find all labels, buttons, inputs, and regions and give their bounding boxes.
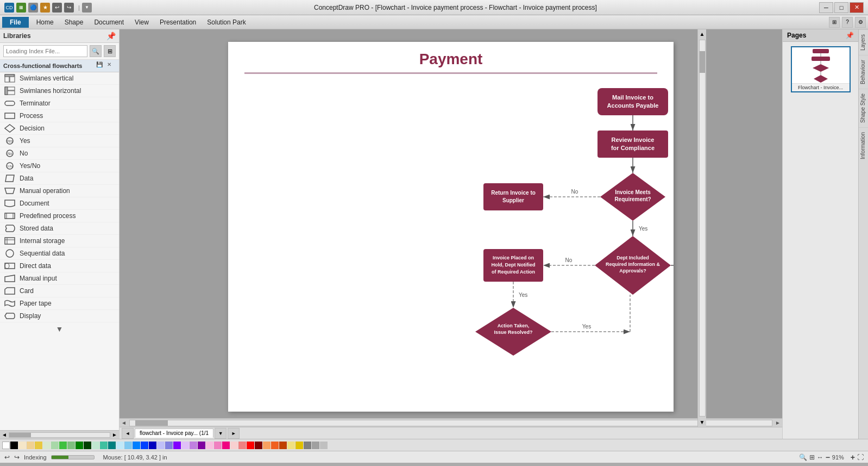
color-20[interactable]	[173, 442, 181, 449]
search-input[interactable]	[3, 45, 87, 57]
search-button[interactable]: 🔍	[90, 45, 102, 57]
color-39[interactable]	[328, 442, 336, 449]
return-invoice-shape[interactable]	[483, 183, 543, 210]
scroll-thumb[interactable]	[700, 51, 705, 73]
pages-pin-icon[interactable]: 📌	[846, 32, 854, 39]
menu-home[interactable]: Home	[31, 17, 59, 28]
file-menu[interactable]: File	[2, 17, 29, 28]
sidebar-item-internal-storage[interactable]: Internal storage	[0, 235, 119, 247]
behaviour-tab[interactable]: Behaviour	[859, 55, 868, 89]
close-button[interactable]: ✕	[850, 2, 864, 13]
review-invoice-shape[interactable]	[597, 131, 668, 158]
color-2[interactable]	[27, 442, 34, 449]
quick-access-btn[interactable]: ▼	[82, 3, 92, 13]
menu-view[interactable]: View	[129, 17, 154, 28]
color-no-color[interactable]	[2, 442, 10, 449]
tab-scroll-left[interactable]: ◄	[122, 428, 134, 439]
color-7[interactable]	[67, 442, 75, 449]
scroll-right-arrow[interactable]: ►	[773, 419, 782, 427]
color-31[interactable]	[263, 442, 271, 449]
layers-tab[interactable]: Layers	[859, 29, 868, 55]
tab-scroll-right[interactable]: ►	[228, 428, 240, 439]
flowchart-svg[interactable]: Mail Invoice to Accounts Payable Review …	[228, 72, 674, 409]
color-13[interactable]	[116, 442, 124, 449]
color-19[interactable]	[165, 442, 173, 449]
color-29[interactable]	[247, 442, 254, 449]
layout-btn[interactable]: ⊞	[829, 17, 840, 28]
minimize-button[interactable]: ─	[819, 2, 833, 13]
color-15[interactable]	[133, 442, 140, 449]
menu-solution-park[interactable]: Solution Park	[202, 17, 251, 28]
page-thumbnail-1[interactable]: Flowchart - Invoice...	[791, 46, 851, 92]
information-tab[interactable]: Information	[859, 127, 868, 164]
fit-page-btn[interactable]: ⊞	[809, 453, 815, 461]
menu-document[interactable]: Document	[89, 17, 129, 28]
page-canvas[interactable]: Payment Mail Invoice to Accounts Payable…	[228, 42, 674, 412]
maximize-button[interactable]: □	[834, 2, 848, 13]
tab-dropdown[interactable]: ▼	[215, 428, 227, 439]
sidebar-item-card[interactable]: Card	[0, 285, 119, 297]
color-14[interactable]	[124, 442, 132, 449]
help-btn[interactable]: ?	[842, 17, 853, 28]
lib-save-btn[interactable]: 💾	[96, 61, 105, 70]
mail-invoice-shape[interactable]	[597, 88, 668, 115]
color-38[interactable]	[320, 442, 328, 449]
menu-presentation[interactable]: Presentation	[154, 17, 202, 28]
sidebar-item-stored-data[interactable]: Stored data	[0, 222, 119, 235]
color-12[interactable]	[108, 442, 116, 449]
color-37[interactable]	[312, 442, 319, 449]
sidebar-item-paper-tape[interactable]: Paper tape	[0, 297, 119, 310]
color-18[interactable]	[157, 442, 165, 449]
color-16[interactable]	[141, 442, 148, 449]
color-22[interactable]	[190, 442, 197, 449]
color-32[interactable]	[271, 442, 279, 449]
grid-view-button[interactable]: ⊞	[104, 45, 116, 57]
color-24[interactable]	[206, 442, 213, 449]
undo-btn[interactable]: ↩	[4, 453, 10, 461]
scroll-down-button[interactable]: ▼	[698, 418, 707, 427]
horiz-scroll-thumb[interactable]	[135, 420, 168, 426]
color-35[interactable]	[295, 442, 303, 449]
color-black[interactable]	[10, 442, 18, 449]
color-34[interactable]	[287, 442, 295, 449]
zoom-out-btn[interactable]: 🔍	[799, 453, 807, 461]
sidebar-scroll-right[interactable]: ►	[110, 432, 119, 438]
sidebar-item-manual-input[interactable]: Manual input	[0, 272, 119, 285]
sidebar-item-sequential-data[interactable]: Sequential data	[0, 247, 119, 260]
redo-btn[interactable]: ↪	[14, 453, 20, 461]
fit-width-btn[interactable]: ↔	[817, 453, 823, 461]
color-11[interactable]	[100, 442, 108, 449]
color-6[interactable]	[59, 442, 67, 449]
color-33[interactable]	[279, 442, 287, 449]
color-9[interactable]	[84, 442, 91, 449]
color-17[interactable]	[149, 442, 156, 449]
lib-close-btn[interactable]: ✕	[107, 61, 116, 70]
zoom-plus-btn[interactable]: +	[851, 453, 855, 462]
color-36[interactable]	[304, 442, 311, 449]
color-26[interactable]	[222, 442, 230, 449]
sidebar-item-display[interactable]: Display	[0, 310, 119, 322]
sidebar-item-terminator[interactable]: Terminator	[0, 97, 119, 110]
sidebar-item-yes[interactable]: Yes Yes	[0, 135, 119, 147]
sidebar-scroll-thumb[interactable]	[9, 433, 31, 437]
sidebar-item-predefined-process[interactable]: Predefined process	[0, 210, 119, 222]
color-30[interactable]	[255, 442, 262, 449]
current-tab[interactable]: flowchart - Invoice pay... (1/1	[135, 428, 213, 438]
sidebar-item-data[interactable]: Data	[0, 172, 119, 185]
sidebar-scroll-left[interactable]: ◄	[0, 432, 9, 438]
scroll-up-button[interactable]: ▲	[698, 29, 707, 39]
menu-shape[interactable]: Shape	[59, 17, 89, 28]
color-21[interactable]	[181, 442, 189, 449]
color-4[interactable]	[43, 442, 51, 449]
sidebar-item-manual-operation[interactable]: Manual operation	[0, 185, 119, 197]
color-28[interactable]	[238, 442, 246, 449]
color-10[interactable]	[92, 442, 99, 449]
shape-style-tab[interactable]: Shape Style	[859, 89, 868, 127]
scroll-down-arrow[interactable]: ▼	[0, 322, 119, 335]
sidebar-item-document[interactable]: Document	[0, 197, 119, 210]
color-5[interactable]	[51, 442, 59, 449]
expand-btn[interactable]: ⛶	[857, 453, 864, 461]
sidebar-item-swimlanes-vertical[interactable]: Swimlanes vertical	[0, 72, 119, 85]
pin-icon[interactable]: 📌	[106, 32, 116, 40]
color-25[interactable]	[214, 442, 222, 449]
